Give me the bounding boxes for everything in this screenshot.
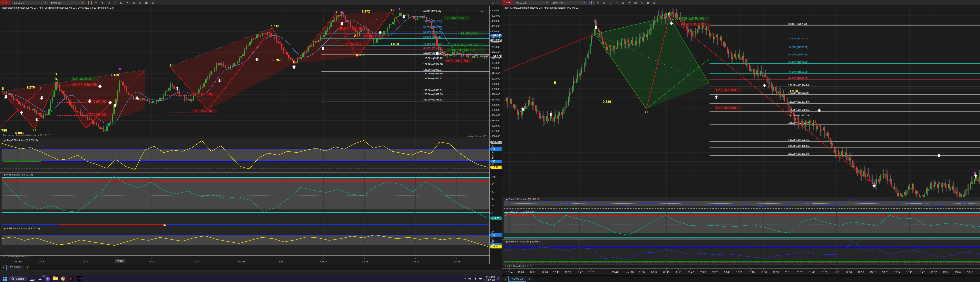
zoom-in-icon[interactable]: ⊕	[101, 1, 104, 5]
search-icon	[11, 277, 14, 280]
clipchamp-icon[interactable]: ▶	[45, 276, 50, 281]
ninjatrader-icon[interactable]: N	[68, 276, 74, 281]
taskbar-clock[interactable]: 1:54 PM 1/18/2023	[484, 276, 495, 282]
language-indicator[interactable]: US	[468, 277, 471, 280]
taskbar-search[interactable]: Search	[9, 276, 27, 281]
weather-widget-icon[interactable]: ☁32	[37, 276, 43, 281]
data-box-icon[interactable]: 🗏	[119, 1, 123, 5]
volume-icon[interactable]	[479, 277, 482, 280]
tab-scroll-left-button[interactable]: ◄	[1, 265, 5, 269]
strategies-icon[interactable]: ▦	[145, 1, 148, 5]
chart-toolbar: ║┃║✎⊕⊖＋🗏⚑▥∿▦☰	[590, 1, 656, 5]
instrument-selector[interactable]: ES 03-23▼	[12, 1, 48, 5]
price-flag-icon[interactable]: ⚑	[628, 1, 631, 5]
indicators-icon[interactable]: ▥	[132, 1, 136, 5]
candlestick-chart-icon[interactable]: ║┃║	[88, 1, 92, 5]
add-tab-button[interactable]: +	[24, 265, 30, 269]
window-type-tab[interactable]: Chart	[0, 0, 11, 5]
window-buttons[interactable]: – □ ✕	[488, 2, 500, 4]
wifi-icon[interactable]	[474, 277, 477, 280]
titlebar: Chart ES 03-23▼ 60 Minute▼ ║┃║✎⊕⊖＋🗏⚑▥∿▦☰…	[0, 0, 502, 6]
window-bottom-edge	[0, 270, 502, 276]
indicators-icon[interactable]: ▥	[634, 1, 637, 5]
crosshair-icon[interactable]: ＋	[615, 1, 619, 5]
instrument-selector[interactable]: NQ 03-23▼	[514, 1, 550, 5]
windows-taskbar: Search ☁32 ▶ N sse ^ US 1:54 PM 1/18/202…	[0, 275, 502, 282]
task-view-button[interactable]	[29, 276, 35, 281]
zoom-in-icon[interactable]: ⊕	[603, 1, 606, 5]
notifications-bell-icon[interactable]	[497, 277, 500, 280]
interval-selector[interactable]: 2100 Tick▼	[551, 1, 587, 5]
titlebar: Chart NQ 03-23▼ 2100 Tick▼ ║┃║✎⊕⊖＋🗏⚑▥∿▦☰…	[502, 0, 980, 6]
chart-window-nq: Chart NQ 03-23▼ 2100 Tick▼ ║┃║✎⊕⊖＋🗏⚑▥∿▦☰…	[502, 0, 980, 282]
crosshair-icon[interactable]: ＋	[113, 1, 117, 5]
chevron-down-icon: ▼	[583, 2, 585, 4]
drawing-pencil-icon[interactable]: ✎	[94, 1, 98, 5]
trendline-icon[interactable]: ∿	[640, 1, 644, 5]
trendline-icon[interactable]: ∿	[138, 1, 142, 5]
properties-icon[interactable]: ☰	[151, 1, 154, 5]
tab-scroll-left-button[interactable]: ◄	[503, 277, 507, 281]
start-button[interactable]	[3, 277, 7, 280]
chevron-down-icon: ▼	[44, 2, 46, 4]
interval-selector[interactable]: 60 Minute▼	[49, 1, 85, 5]
chrome-icon[interactable]	[60, 276, 66, 281]
zoom-out-icon[interactable]: ⊖	[609, 1, 612, 5]
window-type-tab[interactable]: Chart	[502, 0, 513, 5]
tray-expand-chevron[interactable]: ^	[465, 277, 466, 280]
chart-tab-nq[interactable]: NQ 03-23	[508, 276, 526, 282]
strategies-icon[interactable]: ▦	[646, 1, 650, 5]
drawing-pencil-icon[interactable]: ✎	[596, 1, 600, 5]
add-tab-button[interactable]: +	[527, 277, 532, 281]
chart-tab-es[interactable]: ES 03-23	[6, 265, 24, 270]
chart-tab-bar: ◄ NQ 03-23 +	[502, 275, 980, 282]
candlestick-chart-icon[interactable]: ║┃║	[590, 1, 593, 5]
chevron-down-icon: ▼	[81, 2, 83, 4]
chevron-down-icon: ▼	[546, 2, 548, 4]
chart-toolbar: ║┃║✎⊕⊖＋🗏⚑▥∿▦☰	[88, 1, 154, 5]
chart-tab-bar: ◄ ES 03-23 +	[0, 264, 502, 271]
price-flag-icon[interactable]: ⚑	[126, 1, 129, 5]
zoom-out-icon[interactable]: ⊖	[107, 1, 111, 5]
chart-window-es: Chart ES 03-23▼ 60 Minute▼ ║┃║✎⊕⊖＋🗏⚑▥∿▦☰…	[0, 0, 502, 275]
file-explorer-icon[interactable]	[53, 276, 58, 281]
properties-icon[interactable]: ☰	[653, 1, 656, 5]
data-box-icon[interactable]: 🗏	[621, 1, 625, 5]
sse-app-icon[interactable]: sse	[76, 276, 82, 281]
